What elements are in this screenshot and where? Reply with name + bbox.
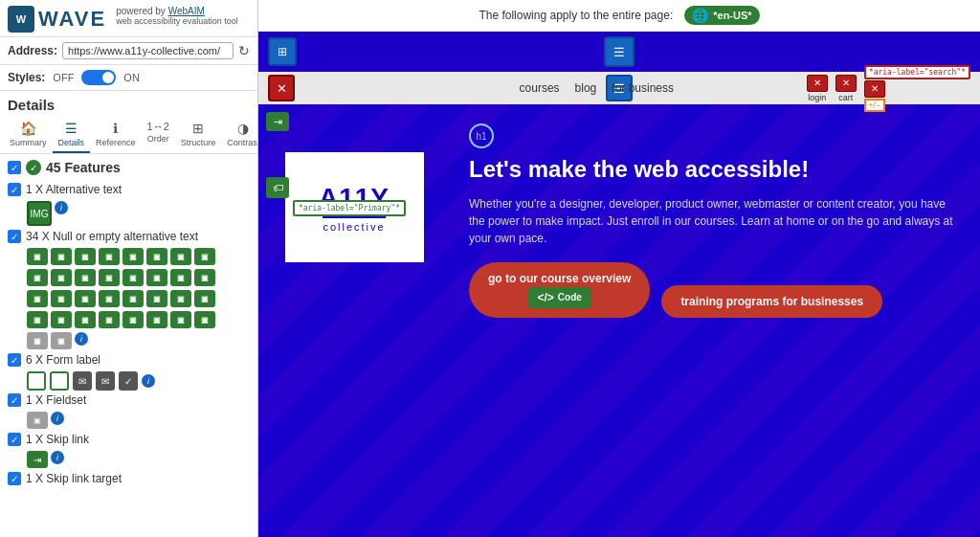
cta-training-button[interactable]: training programs for businesses xyxy=(661,285,882,318)
fieldset-checkbox[interactable]: ✓ xyxy=(8,393,21,407)
login-error-icon: ✕ xyxy=(807,75,828,92)
tab-structure-label: Structure xyxy=(181,138,216,147)
null-alt-icon[interactable]: ▣ xyxy=(146,269,167,286)
null-alt-icon[interactable]: ▣ xyxy=(170,311,191,328)
lang-badge: 🌐 *en-US* xyxy=(684,6,759,25)
null-alt-icon[interactable]: ▣ xyxy=(122,311,144,328)
globe-icon: 🌐 xyxy=(692,8,708,23)
null-alt-icon[interactable]: ▣ xyxy=(99,311,120,328)
null-alt-icon[interactable]: ▣ xyxy=(99,290,120,307)
form-label-checkbox[interactable]: ✓ xyxy=(8,353,21,367)
cta-course-button[interactable]: go to our course overview </> Code xyxy=(469,262,650,318)
null-alt-icon[interactable]: ▣ xyxy=(122,269,144,286)
skip-link-checkbox[interactable]: ✓ xyxy=(8,433,21,446)
null-alt-icon[interactable]: ▣ xyxy=(27,248,48,265)
structure-icon: ⊞ xyxy=(192,121,204,136)
form-label-icon-filled[interactable]: ✉ xyxy=(73,371,92,391)
null-alt-icon[interactable]: ▣ xyxy=(51,248,72,265)
aria-primary-tag: *aria-label="Primary"* xyxy=(293,200,406,216)
null-alt-icon[interactable]: ▣ xyxy=(99,248,120,265)
null-alt-icon[interactable]: ▣ xyxy=(51,332,72,349)
form-label-info-icon[interactable]: i xyxy=(142,374,155,388)
skip-link-target-checkbox[interactable]: ✓ xyxy=(8,472,21,485)
nav-tabs: 🏠 Summary ☰ Details ℹ Reference 1↔2 Orde… xyxy=(0,117,257,154)
null-alt-icon[interactable]: ▣ xyxy=(146,248,167,265)
null-alt-icons-row3: ▣ ▣ ▣ ▣ ▣ ▣ ▣ ▣ xyxy=(27,290,250,307)
null-alt-icon[interactable]: ▣ xyxy=(51,269,72,286)
null-alt-icon[interactable]: ▣ xyxy=(27,332,48,349)
null-alt-icon[interactable]: ▣ xyxy=(146,311,167,328)
null-alt-icon[interactable]: ▣ xyxy=(122,248,144,265)
null-alt-icons-row4: ▣ ▣ ▣ ▣ ▣ ▣ ▣ ▣ xyxy=(27,311,250,328)
tab-structure[interactable]: ⊞ Structure xyxy=(175,117,222,153)
form-label-icon-filled[interactable]: ✉ xyxy=(96,371,115,391)
details-content: ✓ ✓ 45 Features ✓ 1 X Alternative text I… xyxy=(0,154,257,537)
skip-link-icon[interactable]: ⇥ xyxy=(27,451,48,468)
null-alt-icon[interactable]: ▣ xyxy=(27,290,48,307)
features-check-circle: ✓ xyxy=(26,160,41,175)
nav-courses: courses xyxy=(520,81,560,95)
home-icon: 🏠 xyxy=(20,121,36,136)
search-error-icon: ✕ xyxy=(864,80,885,98)
null-alt-icon[interactable]: ▣ xyxy=(194,311,215,328)
null-alt-icon[interactable]: ▣ xyxy=(194,248,215,265)
top-info-bar: The following apply to the entire page: … xyxy=(258,0,980,32)
null-alt-icon[interactable]: ▣ xyxy=(170,290,191,307)
tab-details[interactable]: ☰ Details xyxy=(53,117,91,153)
cart-label: cart xyxy=(838,93,853,102)
form-label-icon-filled[interactable]: ✓ xyxy=(119,371,138,391)
feature-null-alt: ✓ 34 X Null or empty alternative text xyxy=(8,230,250,243)
form-label-icon[interactable] xyxy=(50,371,69,391)
refresh-icon[interactable]: ↻ xyxy=(238,43,250,58)
features-checkbox[interactable]: ✓ xyxy=(8,161,21,174)
alt-text-icon-1[interactable]: IMG xyxy=(27,201,52,226)
plus-minus-icon: +/− xyxy=(864,99,885,112)
tab-order-label: Order xyxy=(147,134,169,144)
alt-text-info-icon[interactable]: i xyxy=(55,201,68,214)
code-label: </> xyxy=(538,291,554,304)
aria-primary-container: *aria-label="Primary"* xyxy=(293,200,406,216)
null-alt-checkbox[interactable]: ✓ xyxy=(8,230,21,243)
null-alt-icon[interactable]: ▣ xyxy=(27,269,48,286)
wave-logo-text: WAVE xyxy=(38,7,106,32)
null-alt-icon[interactable]: ▣ xyxy=(75,269,96,286)
tab-contrast[interactable]: ◑ Contrast xyxy=(221,117,258,153)
feature-form-label: ✓ 6 X Form label xyxy=(8,353,250,367)
wave-logo-icon: W xyxy=(8,6,34,33)
skip-link-info-icon[interactable]: i xyxy=(51,451,64,464)
alt-text-checkbox[interactable]: ✓ xyxy=(8,183,21,196)
address-input[interactable] xyxy=(62,42,234,59)
hero-description: Whether you're a designer, developer, pr… xyxy=(469,195,961,247)
null-alt-label: 34 X Null or empty alternative text xyxy=(26,230,198,243)
form-label-icon[interactable] xyxy=(27,371,46,391)
null-alt-icon[interactable]: ▣ xyxy=(99,269,120,286)
null-alt-icon[interactable]: ▣ xyxy=(75,290,96,307)
null-alt-icon[interactable]: ▣ xyxy=(75,248,96,265)
fieldset-icon[interactable]: ▣ xyxy=(27,412,48,429)
fieldset-info-icon[interactable]: i xyxy=(51,412,64,425)
null-alt-icons-row2: ▣ ▣ ▣ ▣ ▣ ▣ ▣ ▣ xyxy=(27,269,250,286)
alt-text-icons: IMG i xyxy=(27,201,250,226)
webaim-link[interactable]: WebAIM xyxy=(168,6,205,16)
null-alt-icon[interactable]: ▣ xyxy=(194,269,215,286)
null-alt-icon[interactable]: ▣ xyxy=(170,269,191,286)
cta-course-text: go to our course overview xyxy=(488,272,631,285)
tab-reference[interactable]: ℹ Reference xyxy=(90,117,142,153)
tab-summary[interactable]: 🏠 Summary xyxy=(4,117,53,153)
null-alt-icon[interactable]: ▣ xyxy=(194,290,215,307)
null-alt-info-icon[interactable]: i xyxy=(75,332,88,346)
tab-order[interactable]: 1↔2 Order xyxy=(142,117,175,153)
null-alt-icon[interactable]: ▣ xyxy=(122,290,144,307)
address-bar: Address: ↻ xyxy=(0,37,257,65)
code-text: Code xyxy=(558,292,582,302)
null-alt-icon[interactable]: ▣ xyxy=(75,311,96,328)
preview-login-area: ✕ login ✕ cart *aria-label="search"* ✕ +… xyxy=(807,65,970,112)
null-alt-icon[interactable]: ▣ xyxy=(146,290,167,307)
null-alt-icon[interactable]: ▣ xyxy=(27,311,48,328)
null-alt-icon[interactable]: ▣ xyxy=(51,290,72,307)
null-alt-icon[interactable]: ▣ xyxy=(51,311,72,328)
styles-toggle[interactable] xyxy=(81,70,116,85)
null-alt-icon[interactable]: ▣ xyxy=(170,248,191,265)
skip-link-target-label: 1 X Skip link target xyxy=(26,472,122,485)
styles-off-label: OFF xyxy=(53,72,74,83)
